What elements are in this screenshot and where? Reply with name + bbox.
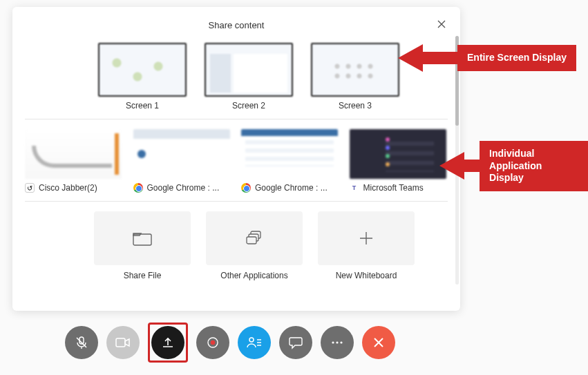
- other-applications-button[interactable]: [206, 211, 303, 265]
- app-tile-microsoft-teams[interactable]: T Microsoft Teams: [350, 129, 448, 193]
- screen-tile-3[interactable]: Screen 3: [307, 43, 404, 110]
- stack-icon: [245, 230, 263, 247]
- app-label: Microsoft Teams: [363, 183, 424, 193]
- camera-icon: [115, 337, 131, 348]
- cisco-jabber-icon: ↺: [25, 183, 35, 193]
- app-thumbnail: [25, 129, 122, 179]
- chat-button[interactable]: [279, 326, 312, 359]
- svg-rect-3: [247, 237, 256, 244]
- svg-point-9: [249, 338, 254, 342]
- annotation-entire-screen: Entire Screen Display: [398, 44, 576, 72]
- annotation-label: Individual Application Display: [480, 141, 588, 191]
- action-label: Share File: [124, 271, 162, 280]
- arrow-stem: [464, 160, 480, 172]
- divider: [25, 201, 448, 202]
- annotation-label: Entire Screen Display: [457, 45, 576, 71]
- app-label: Cisco Jabber(2): [39, 183, 97, 193]
- arrow-left-icon: [439, 152, 464, 180]
- share-content-button[interactable]: [151, 326, 184, 359]
- end-call-button[interactable]: [362, 326, 395, 359]
- screen-label: Screen 1: [126, 101, 159, 110]
- plus-icon: [359, 231, 374, 246]
- panel-header: Share content: [25, 17, 448, 33]
- more-icon: [330, 340, 344, 345]
- share-content-panel: Share content Screen 1 Screen 2 Screen 3…: [12, 7, 460, 311]
- screens-row: Screen 1 Screen 2 Screen 3: [25, 43, 448, 110]
- arrow-stem: [423, 52, 457, 64]
- app-thumbnail: [241, 129, 338, 179]
- google-chrome-icon: [133, 183, 143, 193]
- action-label: Other Applications: [220, 271, 287, 280]
- screen-thumbnail: [311, 43, 399, 97]
- participants-icon: [246, 336, 263, 349]
- participants-button[interactable]: [238, 326, 271, 359]
- share-up-icon: [161, 336, 175, 349]
- record-button[interactable]: [196, 326, 229, 359]
- svg-point-13: [332, 341, 334, 343]
- chat-icon: [289, 336, 303, 349]
- screen-tile-2[interactable]: Screen 2: [200, 43, 297, 110]
- divider: [25, 119, 448, 119]
- mute-button[interactable]: [65, 326, 98, 359]
- share-button-highlight: [148, 323, 188, 363]
- screen-label: Screen 3: [339, 101, 372, 110]
- arrow-left-icon: [398, 44, 423, 72]
- more-options-button[interactable]: [321, 326, 354, 359]
- close-button[interactable]: [435, 18, 448, 30]
- microphone-muted-icon: [75, 336, 88, 349]
- screen-thumbnail: [98, 43, 187, 97]
- svg-rect-6: [116, 338, 125, 347]
- action-label: New Whiteboard: [336, 271, 397, 280]
- panel-title: Share content: [209, 20, 265, 30]
- new-whiteboard-button[interactable]: [318, 211, 415, 265]
- google-chrome-icon: [241, 183, 251, 193]
- app-label: Google Chrome : ...: [147, 183, 220, 193]
- screen-tile-1[interactable]: Screen 1: [94, 43, 191, 110]
- svg-point-15: [340, 341, 342, 343]
- close-icon: [373, 337, 384, 348]
- meeting-control-bar: [65, 323, 395, 363]
- video-button[interactable]: [106, 326, 140, 359]
- folder-icon: [133, 231, 152, 246]
- svg-line-5: [77, 338, 86, 347]
- app-label: Google Chrome : ...: [255, 183, 328, 193]
- share-file-button[interactable]: [94, 211, 191, 265]
- svg-point-8: [211, 340, 215, 345]
- app-thumbnail: [133, 129, 230, 179]
- record-icon: [206, 336, 220, 349]
- applications-row: ↺ Cisco Jabber(2) Google Chrome : ... Go…: [25, 129, 448, 193]
- app-tile-google-chrome-2[interactable]: Google Chrome : ...: [241, 129, 340, 193]
- microsoft-teams-icon: T: [350, 183, 359, 193]
- app-thumbnail: [350, 129, 446, 179]
- app-tile-google-chrome-1[interactable]: Google Chrome : ...: [133, 129, 232, 193]
- actions-row: Share File Other Applications New Whiteb…: [25, 211, 448, 280]
- svg-point-14: [336, 341, 338, 343]
- annotation-individual-app: Individual Application Display: [439, 141, 588, 191]
- screen-label: Screen 2: [232, 101, 265, 110]
- close-icon: [437, 20, 446, 28]
- app-tile-cisco-jabber[interactable]: ↺ Cisco Jabber(2): [25, 129, 124, 193]
- screen-thumbnail: [205, 43, 293, 97]
